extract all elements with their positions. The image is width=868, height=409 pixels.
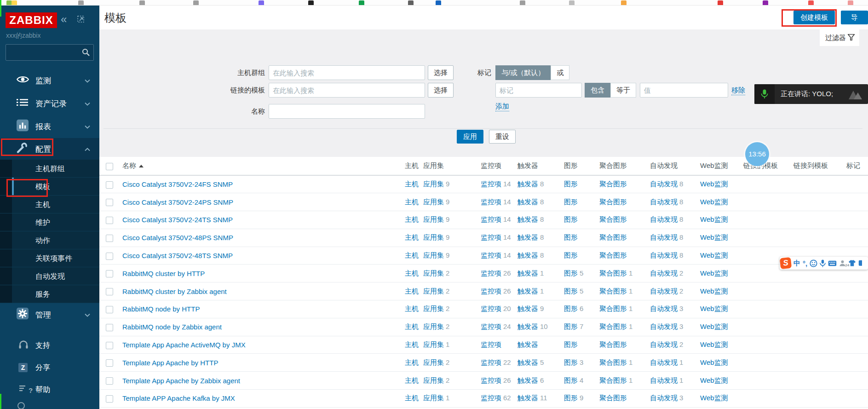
- cell-link[interactable]: 图形: [564, 198, 578, 206]
- template-name-link[interactable]: Template App Apache by Zabbix agent: [122, 377, 240, 385]
- sidebar-item-services[interactable]: 服务: [0, 285, 99, 303]
- cell-link[interactable]: 图形: [564, 340, 578, 348]
- cell-link[interactable]: 自动发现: [650, 305, 678, 312]
- cell-link[interactable]: 图形: [564, 251, 578, 259]
- cell-link[interactable]: 触发器: [517, 376, 538, 384]
- cell-link[interactable]: 触发器: [517, 394, 538, 402]
- ime-keyboard-icon[interactable]: [828, 260, 837, 266]
- apply-button[interactable]: 应用: [457, 130, 483, 144]
- favicon[interactable]: [11, 0, 17, 5]
- cell-link[interactable]: 自动发现: [650, 376, 678, 384]
- cell-link[interactable]: 应用集: [423, 180, 444, 188]
- cell-link[interactable]: Web监测: [700, 358, 728, 366]
- sidebar-collapse-icon[interactable]: «: [61, 13, 67, 26]
- zabbix-logo[interactable]: ZABBIX: [6, 12, 57, 28]
- sidebar-item-reports[interactable]: 报表: [0, 115, 99, 138]
- cell-link[interactable]: Web监测: [700, 323, 728, 330]
- name-input[interactable]: [269, 104, 425, 119]
- cell-link[interactable]: Web监测: [700, 340, 728, 348]
- hosts-link[interactable]: 主机: [405, 251, 419, 259]
- template-name-link[interactable]: Template App Apache ActiveMQ by JMX: [122, 341, 246, 349]
- tag-input[interactable]: [495, 83, 582, 98]
- hosts-link[interactable]: 主机: [405, 358, 419, 366]
- template-name-link[interactable]: Template APP Apache Kafka by JMX: [122, 394, 235, 402]
- cell-link[interactable]: 自动发现: [650, 233, 678, 241]
- row-checkbox[interactable]: [106, 181, 113, 189]
- contains-button[interactable]: 包含: [585, 83, 610, 98]
- ime-clothes-icon[interactable]: [848, 260, 856, 266]
- cell-link[interactable]: 图形: [564, 376, 578, 384]
- filter-tab[interactable]: 过滤器: [820, 29, 859, 46]
- row-checkbox[interactable]: [106, 377, 113, 385]
- row-checkbox[interactable]: [106, 217, 113, 224]
- cell-link[interactable]: 图形: [564, 180, 578, 188]
- favicon[interactable]: [848, 0, 853, 5]
- cell-link[interactable]: Web监测: [700, 180, 728, 188]
- favicon[interactable]: [359, 0, 364, 5]
- sidebar-item-actions[interactable]: 动作: [0, 231, 99, 249]
- cell-link[interactable]: 触发器: [517, 198, 538, 206]
- cell-link[interactable]: 应用集: [423, 394, 444, 402]
- cell-link[interactable]: 图形: [564, 287, 578, 295]
- hosts-link[interactable]: 主机: [405, 215, 419, 223]
- row-checkbox[interactable]: [106, 324, 113, 331]
- cell-link[interactable]: 触发器: [517, 180, 538, 188]
- cell-link[interactable]: 聚合图形: [599, 394, 627, 402]
- template-name-link[interactable]: RabbitMQ node by Zabbix agent: [122, 323, 222, 331]
- hosts-link[interactable]: 主机: [405, 340, 419, 348]
- sidebar-item-support[interactable]: 支持: [0, 334, 99, 357]
- cell-link[interactable]: 监控项: [481, 305, 501, 312]
- cell-link[interactable]: 聚合图形: [599, 287, 627, 295]
- cell-link[interactable]: Web监测: [700, 251, 728, 259]
- row-checkbox[interactable]: [106, 253, 113, 260]
- cell-link[interactable]: 图形: [564, 323, 578, 330]
- linked-template-select-button[interactable]: 选择: [428, 83, 454, 98]
- sidebar-item-share[interactable]: Z 分享: [0, 357, 99, 379]
- cell-link[interactable]: Web监测: [700, 269, 728, 277]
- sidebar-item-maintenance[interactable]: 维护: [0, 213, 99, 231]
- cell-link[interactable]: 触发器: [517, 233, 538, 241]
- cell-link[interactable]: 监控项: [481, 376, 501, 384]
- linked-template-input[interactable]: [269, 83, 425, 98]
- cell-link[interactable]: 聚合图形: [599, 215, 627, 223]
- cell-link[interactable]: 聚合图形: [599, 376, 627, 384]
- cell-link[interactable]: 图形: [564, 305, 578, 312]
- favicon[interactable]: [193, 0, 199, 5]
- ime-more-icon[interactable]: [858, 260, 862, 266]
- cell-link[interactable]: 聚合图形: [599, 251, 627, 259]
- sogou-logo[interactable]: S: [780, 257, 792, 269]
- cell-link[interactable]: 自动发现: [650, 180, 678, 188]
- cell-link[interactable]: 监控项: [481, 358, 501, 366]
- cell-link[interactable]: Web监测: [700, 198, 728, 206]
- sidebar-search[interactable]: [6, 44, 94, 61]
- cell-link[interactable]: 自动发现: [650, 323, 678, 330]
- cell-link[interactable]: Web监测: [700, 394, 728, 402]
- template-name-link[interactable]: Template App Apache by HTTP: [122, 359, 218, 367]
- cell-link[interactable]: 自动发现: [650, 198, 678, 206]
- favicon[interactable]: [718, 0, 723, 5]
- cell-link[interactable]: 监控项: [481, 269, 501, 277]
- create-template-button[interactable]: 创建模板: [793, 11, 835, 24]
- sidebar-item-event-correlation[interactable]: 关联项事件: [0, 249, 99, 267]
- favicon[interactable]: [308, 0, 314, 5]
- cell-link[interactable]: 监控项: [481, 215, 501, 223]
- search-icon[interactable]: [82, 48, 90, 58]
- cell-link[interactable]: 图形: [564, 215, 578, 223]
- favicon[interactable]: [808, 0, 814, 5]
- fullscreen-icon[interactable]: [77, 16, 85, 25]
- hosts-link[interactable]: 主机: [405, 305, 419, 312]
- cell-link[interactable]: 监控项: [481, 340, 501, 348]
- template-name-link[interactable]: Cisco Catalyst 3750V2-24FS SNMP: [122, 180, 233, 188]
- cell-link[interactable]: 应用集: [423, 269, 444, 277]
- cell-link[interactable]: 应用集: [423, 376, 444, 384]
- tag-andor-button[interactable]: 与/或（默认）: [495, 65, 551, 80]
- screen-time-bubble[interactable]: 13:56: [745, 142, 769, 166]
- ime-emoji-icon[interactable]: [810, 259, 817, 267]
- template-name-link[interactable]: Cisco Catalyst 3750V2-24TS SNMP: [122, 216, 233, 224]
- cell-link[interactable]: Web监测: [700, 305, 728, 312]
- template-name-link[interactable]: Cisco Catalyst 3750V2-48TS SNMP: [122, 252, 233, 259]
- favicon[interactable]: [259, 0, 264, 5]
- host-group-input[interactable]: [269, 65, 425, 80]
- cell-link[interactable]: 应用集: [423, 198, 444, 206]
- cell-link[interactable]: 应用集: [423, 305, 444, 312]
